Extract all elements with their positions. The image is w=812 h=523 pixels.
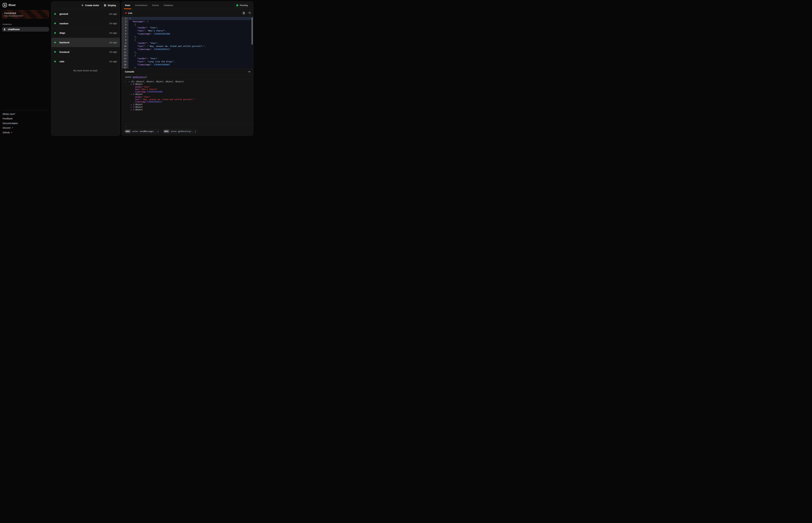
code-line[interactable]: 11 "timestamp": 1764043995517 (122, 48, 253, 51)
sidebar-item-chatroom[interactable]: chatRoom (2, 27, 49, 32)
code-content: "timestamp": 1764043995517 (128, 48, 253, 51)
actor-row-cats[interactable]: cats1m ago (51, 57, 120, 66)
external-link-icon: ↗ (11, 127, 13, 129)
console-tree-line[interactable]: sender: "User" (122, 96, 253, 98)
console-tree-line[interactable]: timestamp: 1764043995517 (122, 101, 253, 103)
console-tree-line[interactable]: text: "Who’s there?" (122, 88, 253, 91)
token: 1764043999867 (154, 64, 170, 66)
line-number-gutter: 15 (122, 60, 128, 63)
console-token: timestamp (135, 101, 146, 103)
console-command-history-row[interactable]: › actor.getHistory() (122, 75, 253, 79)
console-token: " Nay, answer me. Stand and unfold yours… (141, 98, 195, 101)
rpc-suggestion-button[interactable]: RPCactor.sendMessage(...) (124, 129, 161, 133)
code-line[interactable]: 8▾ { (122, 38, 253, 41)
live-status-dot (125, 12, 127, 14)
code-line[interactable]: 14 "sender": "User", (122, 57, 253, 60)
console-tree-line[interactable]: timestamp: 1764043991880 (122, 91, 253, 93)
code-line[interactable]: 6 "timestamp": 1764043991880 (122, 32, 253, 35)
collapsed-triangle-icon[interactable]: ▶ (131, 104, 133, 106)
code-line[interactable]: 13▾ { (122, 54, 253, 57)
connection-url: http://localhost:6420 (4, 15, 47, 17)
fold-chevron-icon[interactable]: ▾ (126, 23, 128, 26)
fold-chevron-icon[interactable]: ▾ (126, 20, 128, 23)
code-line[interactable]: 2▾ "messages": [ (122, 20, 253, 23)
actor-row-general[interactable]: general2m ago (51, 9, 120, 19)
console-tree-line[interactable]: ▼1: Object (122, 93, 253, 96)
token: : (151, 33, 154, 35)
console-input-row[interactable]: › (122, 123, 253, 129)
save-state-button[interactable] (241, 11, 246, 15)
console-header[interactable]: Console (122, 69, 253, 75)
actor-row-frontend[interactable]: frontend1m ago (51, 47, 120, 57)
actor-name: backend (59, 41, 69, 44)
reset-state-button[interactable] (247, 11, 252, 15)
console-tree-line[interactable]: sender: "User" (122, 86, 253, 88)
expanded-triangle-icon[interactable]: ▼ (131, 93, 133, 96)
live-badge[interactable]: Live (123, 11, 135, 15)
line-number: 9 (122, 41, 126, 44)
result-prefix-icon: ‹ (125, 80, 126, 83)
tab-connections[interactable]: Connections (135, 1, 147, 9)
console-token: : (134, 83, 135, 86)
sliders-icon (104, 4, 106, 7)
console-tree-line[interactable]: ▼0: Object (122, 83, 253, 86)
code-line[interactable]: 7 }, (122, 35, 253, 38)
rpc-badge: RPC (124, 130, 131, 133)
tab-state[interactable]: State (125, 1, 130, 9)
sidebar-footer-link-discord[interactable]: Discord↗ (3, 126, 48, 130)
state-json-editor[interactable]: 1▾{2▾ "messages": [3▾ {4 "sender": "User… (122, 17, 253, 69)
command-token: actor. (125, 76, 133, 78)
console-tree-line[interactable]: text: " Nay, answer me. Stand and unfold… (122, 98, 253, 101)
fold-chevron-icon[interactable]: ▾ (126, 17, 128, 20)
editor-scrollbar[interactable] (252, 17, 253, 44)
inspector-tabbar: StateConnectionsEventsDatabase Running (122, 1, 253, 9)
tab-label: Connections (135, 4, 147, 6)
console-tree-line[interactable]: ▼(5) [Object, Object, Object, Object, Ob… (122, 80, 253, 83)
collapsed-triangle-icon[interactable]: ▶ (131, 106, 133, 109)
console-token: sender (135, 96, 142, 98)
actor-row-random[interactable]: random1m ago (51, 19, 120, 29)
console-token: text (135, 98, 140, 101)
actor-row-backend[interactable]: backend1m ago (51, 38, 120, 47)
actor-status-dot (54, 32, 56, 34)
fold-chevron-icon[interactable]: ▾ (126, 54, 128, 57)
line-number: 16 (122, 63, 126, 66)
line-number-gutter: 14 (122, 57, 128, 60)
rpc-suggestion-button[interactable]: RPCactor.getHistory(...) (162, 129, 198, 133)
sidebar-footer-link-github[interactable]: GitHub↗ (3, 130, 48, 135)
code-line[interactable]: 5 "text": "Who’s there?", (122, 29, 253, 32)
code-line[interactable]: 16 "timestamp": 1764043999867 (122, 63, 253, 66)
console-token: : (142, 96, 143, 98)
sidebar-footer-link-feedback[interactable]: Feedback (3, 116, 48, 121)
code-line[interactable]: 15 "text": "Long live the King!", (122, 60, 253, 63)
code-line[interactable]: 12 }, (122, 51, 253, 54)
collapsed-triangle-icon[interactable]: ▶ (131, 109, 133, 111)
create-actor-button[interactable]: Create Actor (80, 3, 101, 7)
code-line[interactable]: 17 } (122, 66, 253, 69)
display-button[interactable]: Display (102, 3, 118, 8)
code-line[interactable]: 3▾ { (122, 23, 253, 26)
sidebar-footer-link-documentation[interactable]: Documentation (3, 121, 48, 126)
sidebar-footer-link-whats-new-[interactable]: Whats new? (3, 112, 48, 116)
code-content: "timestamp": 1764043999867 (128, 63, 253, 66)
actor-updated-time: 2m ago (109, 13, 117, 15)
console-tree-line[interactable]: ▶4: Object (122, 109, 253, 111)
inspector-panel: StateConnectionsEventsDatabase Running L… (121, 1, 253, 136)
console-token: : (142, 86, 143, 88)
console-token: 4 (133, 109, 134, 111)
fold-chevron-icon[interactable]: ▾ (126, 38, 128, 41)
expanded-triangle-icon[interactable]: ▼ (131, 83, 133, 86)
console-token: "User" (143, 96, 150, 98)
token: "sender" (137, 26, 147, 29)
console-tree-line[interactable]: ▶2: Object (122, 103, 253, 106)
tab-events[interactable]: Events (152, 1, 159, 9)
actor-row-dogs[interactable]: dogs1m ago (51, 28, 120, 38)
code-line[interactable]: 4 "sender": "User", (122, 26, 253, 29)
code-line[interactable]: 9 "sender": "User", (122, 41, 253, 44)
code-line[interactable]: 1▾{ (122, 17, 253, 20)
console-tree-line[interactable]: ▶3: Object (122, 106, 253, 109)
line-number: 7 (122, 35, 126, 38)
code-line[interactable]: 10 "text": " Nay, answer me. Stand and u… (122, 44, 253, 48)
tab-database[interactable]: Database (164, 1, 173, 9)
expanded-triangle-icon[interactable]: ▼ (129, 80, 131, 83)
